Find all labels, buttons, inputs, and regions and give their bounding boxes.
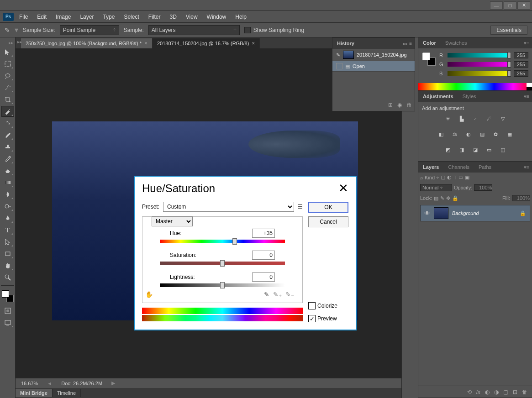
menu-select[interactable]: Select bbox=[120, 13, 142, 21]
saturation-input[interactable] bbox=[252, 251, 275, 260]
r-value[interactable]: 255 bbox=[514, 52, 528, 58]
menu-file[interactable]: File bbox=[16, 13, 32, 21]
menu-view[interactable]: View bbox=[182, 13, 201, 21]
filter-shape-icon[interactable]: ▭ bbox=[458, 174, 463, 180]
menu-layer[interactable]: Layer bbox=[76, 13, 97, 21]
shape-tool[interactable] bbox=[1, 248, 14, 259]
panel-menu-icon[interactable]: ▾≡ bbox=[521, 94, 532, 100]
panel-menu-icon[interactable]: ▾≡ bbox=[521, 164, 532, 170]
menu-edit[interactable]: Edit bbox=[33, 13, 50, 21]
tab-layers[interactable]: Layers bbox=[418, 162, 443, 172]
r-slider[interactable] bbox=[448, 53, 511, 58]
fill-input[interactable] bbox=[512, 195, 530, 201]
bw-icon[interactable]: ◐ bbox=[464, 130, 473, 138]
layer-thumbnail[interactable] bbox=[434, 207, 448, 219]
move-tool[interactable] bbox=[1, 47, 14, 58]
marquee-tool[interactable] bbox=[1, 58, 14, 69]
tab-swatches[interactable]: Swatches bbox=[441, 38, 472, 47]
tab-expand-icon[interactable]: ▸▸ bbox=[16, 38, 23, 45]
tab-color[interactable]: Color bbox=[418, 38, 441, 47]
saturation-slider[interactable] bbox=[160, 262, 285, 265]
menu-window[interactable]: Window bbox=[203, 13, 230, 21]
history-step-open[interactable]: ▤ Open bbox=[332, 61, 415, 72]
dialog-close-button[interactable]: ✕ bbox=[338, 181, 348, 195]
history-tab[interactable]: History bbox=[332, 39, 359, 48]
vibrance-icon[interactable]: ▽ bbox=[498, 115, 507, 123]
menu-help[interactable]: Help bbox=[232, 13, 250, 21]
panel-collapse-icon[interactable]: ▸▸ ≡ bbox=[403, 41, 412, 46]
cancel-button[interactable]: Cancel bbox=[308, 216, 348, 227]
gradient-tool[interactable] bbox=[1, 177, 14, 188]
channel-select[interactable]: Master bbox=[152, 216, 193, 226]
exposure-icon[interactable]: ☄ bbox=[485, 115, 494, 123]
tab-paths[interactable]: Paths bbox=[474, 162, 496, 172]
filter-smart-icon[interactable]: ▣ bbox=[465, 174, 469, 180]
layer-background[interactable]: 👁 Background 🔒 bbox=[420, 205, 530, 221]
tab-mini-bridge[interactable]: Mini Bridge bbox=[16, 389, 53, 397]
menu-type[interactable]: Type bbox=[99, 13, 118, 21]
filter-adj-icon[interactable]: ◐ bbox=[447, 174, 452, 180]
curves-icon[interactable]: ⟋ bbox=[471, 115, 480, 123]
trash-icon[interactable]: 🗑 bbox=[406, 102, 412, 108]
show-sampling-ring-checkbox[interactable]: Show Sampling Ring bbox=[244, 27, 304, 33]
brightness-icon[interactable]: ☀ bbox=[443, 115, 453, 123]
menu-3d[interactable]: 3D bbox=[166, 13, 180, 21]
close-button[interactable]: ✕ bbox=[517, 1, 530, 10]
pen-tool[interactable] bbox=[1, 213, 14, 224]
g-value[interactable]: 255 bbox=[514, 61, 528, 68]
fx-icon[interactable]: fx bbox=[476, 389, 480, 395]
brush-tool[interactable] bbox=[1, 130, 14, 141]
b-slider[interactable] bbox=[448, 71, 511, 76]
hue-input[interactable] bbox=[252, 229, 275, 238]
dodge-tool[interactable] bbox=[1, 201, 14, 212]
tab-channels[interactable]: Channels bbox=[443, 162, 474, 172]
screen-mode-tool[interactable] bbox=[1, 317, 14, 328]
menu-filter[interactable]: Filter bbox=[145, 13, 164, 21]
channel-mixer-icon[interactable]: ✿ bbox=[491, 130, 500, 138]
lightness-input[interactable] bbox=[252, 272, 275, 282]
palette-expand-icon[interactable]: ▸▸ bbox=[0, 39, 15, 46]
lasso-tool[interactable] bbox=[1, 70, 14, 81]
close-icon[interactable]: × bbox=[252, 40, 255, 47]
panel-menu-icon[interactable]: ▾≡ bbox=[521, 40, 532, 46]
zoom-tool[interactable] bbox=[1, 272, 14, 283]
threshold-icon[interactable]: ◪ bbox=[471, 146, 480, 154]
filter-pixel-icon[interactable]: ▢ bbox=[441, 174, 445, 180]
filter-type-icon[interactable]: T bbox=[453, 175, 457, 180]
new-layer-icon[interactable]: ⊡ bbox=[513, 389, 517, 395]
color-fg-bg[interactable] bbox=[422, 52, 436, 66]
hue-sat-icon[interactable]: ◧ bbox=[437, 130, 446, 138]
gradient-map-icon[interactable]: ▭ bbox=[485, 146, 494, 154]
lightness-slider[interactable] bbox=[160, 283, 285, 287]
camera-icon[interactable]: ◉ bbox=[397, 102, 402, 108]
eraser-tool[interactable] bbox=[1, 165, 14, 176]
document-size[interactable]: Doc: 26.2M/26.2M bbox=[61, 381, 102, 386]
photo-filter-icon[interactable]: ▨ bbox=[478, 130, 487, 138]
preview-checkbox[interactable]: ✓Preview bbox=[308, 315, 348, 322]
selective-color-icon[interactable]: ◫ bbox=[498, 146, 507, 154]
maximize-button[interactable]: □ bbox=[504, 1, 516, 10]
balance-icon[interactable]: ⚖ bbox=[450, 130, 459, 138]
colorize-checkbox[interactable]: Colorize bbox=[308, 302, 348, 309]
posterize-icon[interactable]: ◨ bbox=[457, 146, 466, 154]
b-value[interactable]: 255 bbox=[514, 70, 528, 77]
healing-tool[interactable] bbox=[1, 118, 14, 129]
lock-position-icon[interactable]: ✥ bbox=[446, 195, 450, 201]
sample-size-select[interactable]: Point Sample÷ bbox=[60, 25, 119, 35]
history-brush-tool[interactable] bbox=[1, 153, 14, 164]
stamp-tool[interactable] bbox=[1, 141, 14, 152]
document-tab-2[interactable]: 20180714_150204.jpg @ 16.7% (RGB/8)× bbox=[153, 38, 260, 48]
delete-layer-icon[interactable]: 🗑 bbox=[522, 389, 527, 395]
minimize-button[interactable]: — bbox=[490, 1, 503, 10]
menu-image[interactable]: Image bbox=[52, 13, 74, 21]
mask-icon[interactable]: ◐ bbox=[485, 389, 490, 395]
hue-slider[interactable] bbox=[160, 240, 285, 243]
eyedropper-minus-icon[interactable]: ✎₋ bbox=[285, 291, 294, 298]
tab-timeline[interactable]: Timeline bbox=[53, 389, 81, 397]
tab-styles[interactable]: Styles bbox=[458, 92, 481, 101]
blur-tool[interactable] bbox=[1, 189, 14, 200]
document-tab-1[interactable]: 250x250_logo.jpg @ 100% (Background, RGB… bbox=[21, 38, 153, 48]
hand-tool[interactable] bbox=[1, 260, 14, 271]
invert-icon[interactable]: ◩ bbox=[443, 146, 453, 154]
lock-all-icon[interactable]: 🔒 bbox=[452, 195, 458, 201]
